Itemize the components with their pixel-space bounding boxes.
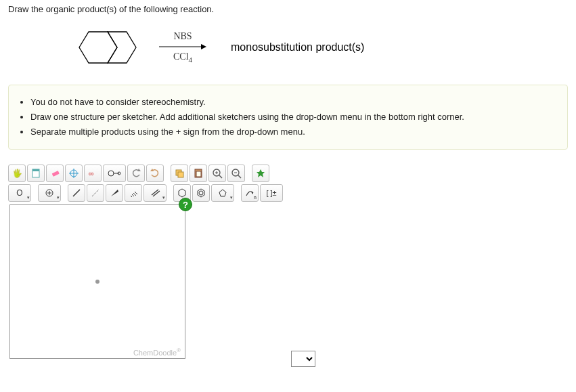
bracket-button[interactable]: [ ]± xyxy=(260,184,283,202)
svg-point-23 xyxy=(232,169,239,176)
canvas-cursor-dot xyxy=(95,280,99,284)
add-sketcher-dropdown[interactable] xyxy=(291,351,315,367)
clean-button[interactable]: ∞ xyxy=(84,165,102,182)
svg-rect-6 xyxy=(52,171,60,177)
svg-text:∞: ∞ xyxy=(89,169,94,177)
svg-line-35 xyxy=(133,193,136,196)
open-button[interactable] xyxy=(27,165,45,182)
svg-point-41 xyxy=(199,191,203,195)
paste-button[interactable] xyxy=(190,165,207,182)
wedge-bond-button[interactable] xyxy=(106,184,123,202)
svg-marker-42 xyxy=(219,190,226,196)
reaction-arrow xyxy=(159,43,206,50)
svg-marker-32 xyxy=(111,190,118,196)
reaction-scheme: NBS CCl4 monosubstitution product(s) xyxy=(66,24,568,71)
svg-point-12 xyxy=(118,172,120,175)
undo-button[interactable] xyxy=(127,165,145,182)
svg-marker-13 xyxy=(137,169,141,171)
reagent-top: NBS xyxy=(173,31,192,42)
recessed-bond-button[interactable] xyxy=(87,184,104,202)
help-button[interactable]: ? xyxy=(179,198,192,211)
benzene-button[interactable] xyxy=(192,184,210,202)
svg-rect-16 xyxy=(178,172,183,177)
svg-line-30 xyxy=(73,190,80,196)
ring-dropdown[interactable]: ▾ xyxy=(211,184,234,202)
charge-dropdown[interactable]: ▾ xyxy=(38,184,61,202)
zoom-in-button[interactable] xyxy=(208,165,226,182)
zoom-out-button[interactable] xyxy=(227,165,245,182)
product-label: monosubstitution product(s) xyxy=(231,41,364,53)
reagent-bottom: CCl4 xyxy=(173,51,192,64)
bond-dropdown[interactable]: ▾ xyxy=(143,184,167,202)
svg-line-20 xyxy=(219,175,222,178)
reaction-arrow-block: NBS CCl4 xyxy=(159,31,206,64)
svg-line-36 xyxy=(135,192,137,194)
erase-button[interactable] xyxy=(46,165,64,182)
svg-rect-4 xyxy=(32,169,39,177)
reactant-structure xyxy=(66,24,147,71)
svg-marker-26 xyxy=(257,169,265,177)
single-bond-button[interactable] xyxy=(68,184,85,202)
style-button[interactable] xyxy=(252,165,269,182)
svg-rect-18 xyxy=(196,171,201,177)
chemdoodle-watermark: ChemDoodle® xyxy=(133,347,181,357)
hash-bond-button[interactable] xyxy=(125,184,142,202)
hint-item: Separate multiple products using the + s… xyxy=(30,125,555,139)
svg-marker-39 xyxy=(179,189,185,197)
add-sketcher-dropdown-wrap xyxy=(291,351,315,367)
atom-dropdown[interactable]: O▾ xyxy=(8,184,31,202)
svg-marker-0 xyxy=(79,32,117,63)
svg-rect-17 xyxy=(195,169,202,177)
svg-marker-3 xyxy=(201,44,206,49)
svg-line-37 xyxy=(152,190,158,195)
svg-line-24 xyxy=(238,175,241,178)
instructions-panel: You do not have to consider stereochemis… xyxy=(8,85,568,150)
svg-rect-5 xyxy=(32,169,39,171)
svg-point-19 xyxy=(213,169,220,176)
svg-marker-43 xyxy=(251,192,253,194)
toolbar-row-2: O▾ ▾ ▾ ▾ n [ ]± xyxy=(8,184,568,202)
toolbar-row-1: 🖐 ∞ xyxy=(8,165,568,182)
hint-item: You do not have to consider stereochemis… xyxy=(30,95,555,110)
svg-point-7 xyxy=(70,170,77,177)
svg-rect-15 xyxy=(176,170,181,175)
question-prompt: Draw the organic product(s) of the follo… xyxy=(8,4,568,14)
svg-line-33 xyxy=(131,196,132,197)
center-button[interactable] xyxy=(65,165,83,182)
redo-button[interactable] xyxy=(146,165,164,182)
svg-point-27 xyxy=(46,190,53,196)
svg-point-11 xyxy=(108,171,114,176)
svg-marker-14 xyxy=(150,169,154,171)
template-button[interactable] xyxy=(103,165,126,182)
svg-marker-1 xyxy=(108,32,136,63)
curved-arrow-button[interactable]: n xyxy=(241,184,259,202)
svg-marker-40 xyxy=(198,189,204,197)
copy-button[interactable] xyxy=(171,165,188,182)
svg-line-38 xyxy=(153,191,160,196)
svg-line-34 xyxy=(132,194,134,196)
svg-line-31 xyxy=(92,190,99,196)
sketcher-canvas[interactable]: ? ChemDoodle® xyxy=(9,204,185,359)
move-tool-button[interactable]: 🖐 xyxy=(8,165,26,182)
hint-item: Draw one structure per sketcher. Add add… xyxy=(30,110,555,125)
